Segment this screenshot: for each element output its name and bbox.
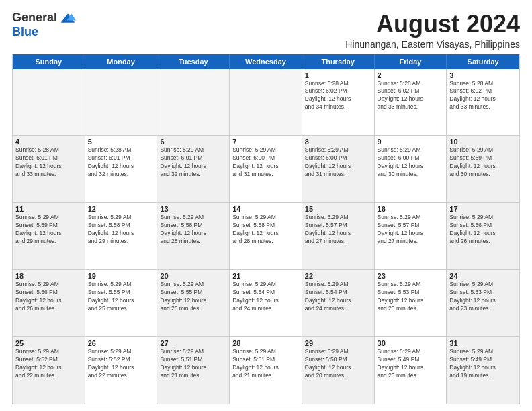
calendar-cell: 29Sunrise: 5:29 AM Sunset: 5:50 PM Dayli… <box>302 337 375 404</box>
calendar-cell: 23Sunrise: 5:29 AM Sunset: 5:53 PM Dayli… <box>375 270 447 336</box>
day-number: 1 <box>305 71 371 79</box>
day-info: Sunrise: 5:29 AM Sunset: 5:54 PM Dayligh… <box>232 281 299 313</box>
day-number: 22 <box>305 272 371 280</box>
title-area: August 2024 Hinunangan, Eastern Visayas,… <box>345 11 520 50</box>
calendar-cell: 3Sunrise: 5:28 AM Sunset: 6:02 PM Daylig… <box>447 69 519 136</box>
calendar-cell: 2Sunrise: 5:28 AM Sunset: 6:02 PM Daylig… <box>375 69 447 136</box>
day-number: 5 <box>88 138 154 146</box>
day-number: 20 <box>160 272 226 280</box>
day-number: 3 <box>449 71 517 79</box>
day-info: Sunrise: 5:29 AM Sunset: 6:00 PM Dayligh… <box>232 146 299 179</box>
day-info: Sunrise: 5:29 AM Sunset: 6:00 PM Dayligh… <box>305 146 371 179</box>
day-info: Sunrise: 5:29 AM Sunset: 5:55 PM Dayligh… <box>160 281 226 313</box>
calendar-row-0: 1Sunrise: 5:28 AM Sunset: 6:02 PM Daylig… <box>13 69 519 136</box>
calendar-cell <box>85 69 158 136</box>
day-info: Sunrise: 5:28 AM Sunset: 6:02 PM Dayligh… <box>449 80 517 112</box>
day-number: 18 <box>15 272 82 280</box>
calendar-row-3: 18Sunrise: 5:29 AM Sunset: 5:56 PM Dayli… <box>13 270 519 337</box>
calendar-cell <box>157 69 230 136</box>
day-info: Sunrise: 5:29 AM Sunset: 5:51 PM Dayligh… <box>160 348 226 380</box>
day-number: 6 <box>160 138 226 146</box>
month-title: August 2024 <box>345 11 520 38</box>
logo: General <box>12 11 76 25</box>
calendar-row-1: 4Sunrise: 5:28 AM Sunset: 6:01 PM Daylig… <box>13 136 519 203</box>
header-day-thursday: Thursday <box>302 54 375 69</box>
calendar-cell: 13Sunrise: 5:29 AM Sunset: 5:58 PM Dayli… <box>157 203 230 269</box>
day-info: Sunrise: 5:29 AM Sunset: 5:56 PM Dayligh… <box>15 281 82 313</box>
calendar-cell <box>230 69 302 136</box>
logo-icon <box>60 12 76 24</box>
day-info: Sunrise: 5:29 AM Sunset: 5:52 PM Dayligh… <box>88 348 154 380</box>
calendar-header: SundayMondayTuesdayWednesdayThursdayFrid… <box>13 54 519 69</box>
day-info: Sunrise: 5:28 AM Sunset: 6:01 PM Dayligh… <box>15 146 82 179</box>
day-info: Sunrise: 5:29 AM Sunset: 5:49 PM Dayligh… <box>449 348 517 380</box>
calendar-cell: 22Sunrise: 5:29 AM Sunset: 5:54 PM Dayli… <box>302 270 375 336</box>
calendar-cell: 25Sunrise: 5:29 AM Sunset: 5:52 PM Dayli… <box>13 337 85 404</box>
day-info: Sunrise: 5:29 AM Sunset: 5:57 PM Dayligh… <box>305 214 371 246</box>
page: General Blue August 2024 Hinunangan, Eas… <box>0 0 532 411</box>
day-info: Sunrise: 5:29 AM Sunset: 5:52 PM Dayligh… <box>15 348 82 380</box>
day-info: Sunrise: 5:29 AM Sunset: 5:51 PM Dayligh… <box>232 348 299 380</box>
day-number: 31 <box>449 339 517 347</box>
day-number: 25 <box>15 339 82 347</box>
calendar-cell: 10Sunrise: 5:29 AM Sunset: 5:59 PM Dayli… <box>447 136 519 202</box>
day-info: Sunrise: 5:29 AM Sunset: 5:58 PM Dayligh… <box>160 214 226 246</box>
calendar-cell: 20Sunrise: 5:29 AM Sunset: 5:55 PM Dayli… <box>157 270 230 336</box>
header-day-wednesday: Wednesday <box>230 54 302 69</box>
day-number: 23 <box>378 272 444 280</box>
calendar-body: 1Sunrise: 5:28 AM Sunset: 6:02 PM Daylig… <box>13 69 519 404</box>
header-day-sunday: Sunday <box>13 54 85 69</box>
location-title: Hinunangan, Eastern Visayas, Philippines <box>345 39 520 50</box>
calendar-cell: 4Sunrise: 5:28 AM Sunset: 6:01 PM Daylig… <box>13 136 85 202</box>
calendar-cell: 19Sunrise: 5:29 AM Sunset: 5:55 PM Dayli… <box>85 270 158 336</box>
calendar-cell: 14Sunrise: 5:29 AM Sunset: 5:58 PM Dayli… <box>230 203 302 269</box>
day-info: Sunrise: 5:29 AM Sunset: 5:53 PM Dayligh… <box>378 281 444 313</box>
day-info: Sunrise: 5:28 AM Sunset: 6:02 PM Dayligh… <box>305 80 371 112</box>
day-info: Sunrise: 5:29 AM Sunset: 6:01 PM Dayligh… <box>160 146 226 179</box>
calendar-cell: 7Sunrise: 5:29 AM Sunset: 6:00 PM Daylig… <box>230 136 302 202</box>
calendar-cell: 11Sunrise: 5:29 AM Sunset: 5:59 PM Dayli… <box>13 203 85 269</box>
day-info: Sunrise: 5:29 AM Sunset: 5:56 PM Dayligh… <box>449 214 517 246</box>
day-info: Sunrise: 5:29 AM Sunset: 5:58 PM Dayligh… <box>88 214 154 246</box>
day-info: Sunrise: 5:28 AM Sunset: 6:01 PM Dayligh… <box>88 146 154 179</box>
calendar-cell: 30Sunrise: 5:29 AM Sunset: 5:49 PM Dayli… <box>375 337 447 404</box>
day-number: 17 <box>449 205 517 213</box>
day-number: 29 <box>305 339 371 347</box>
day-info: Sunrise: 5:28 AM Sunset: 6:02 PM Dayligh… <box>378 80 444 112</box>
day-info: Sunrise: 5:29 AM Sunset: 5:59 PM Dayligh… <box>449 146 517 179</box>
day-number: 7 <box>232 138 299 146</box>
day-info: Sunrise: 5:29 AM Sunset: 5:53 PM Dayligh… <box>449 281 517 313</box>
day-number: 8 <box>305 138 371 146</box>
day-number: 10 <box>449 138 517 146</box>
day-number: 13 <box>160 205 226 213</box>
calendar-cell: 31Sunrise: 5:29 AM Sunset: 5:49 PM Dayli… <box>447 337 519 404</box>
day-number: 19 <box>88 272 154 280</box>
calendar-cell: 15Sunrise: 5:29 AM Sunset: 5:57 PM Dayli… <box>302 203 375 269</box>
day-number: 11 <box>15 205 82 213</box>
day-number: 28 <box>232 339 299 347</box>
day-info: Sunrise: 5:29 AM Sunset: 5:57 PM Dayligh… <box>378 214 444 246</box>
calendar-cell: 18Sunrise: 5:29 AM Sunset: 5:56 PM Dayli… <box>13 270 85 336</box>
day-number: 21 <box>232 272 299 280</box>
calendar-cell: 16Sunrise: 5:29 AM Sunset: 5:57 PM Dayli… <box>375 203 447 269</box>
header-day-saturday: Saturday <box>447 54 519 69</box>
calendar-cell: 27Sunrise: 5:29 AM Sunset: 5:51 PM Dayli… <box>157 337 230 404</box>
calendar-cell: 17Sunrise: 5:29 AM Sunset: 5:56 PM Dayli… <box>447 203 519 269</box>
day-info: Sunrise: 5:29 AM Sunset: 5:59 PM Dayligh… <box>15 214 82 246</box>
calendar: SundayMondayTuesdayWednesdayThursdayFrid… <box>12 54 520 404</box>
day-info: Sunrise: 5:29 AM Sunset: 5:58 PM Dayligh… <box>232 214 299 246</box>
calendar-row-2: 11Sunrise: 5:29 AM Sunset: 5:59 PM Dayli… <box>13 203 519 270</box>
calendar-cell <box>13 69 85 136</box>
day-number: 12 <box>88 205 154 213</box>
calendar-cell: 6Sunrise: 5:29 AM Sunset: 6:01 PM Daylig… <box>157 136 230 202</box>
logo-blue: Blue <box>12 25 38 39</box>
calendar-row-4: 25Sunrise: 5:29 AM Sunset: 5:52 PM Dayli… <box>13 337 519 404</box>
calendar-cell: 24Sunrise: 5:29 AM Sunset: 5:53 PM Dayli… <box>447 270 519 336</box>
day-number: 30 <box>378 339 444 347</box>
calendar-cell: 28Sunrise: 5:29 AM Sunset: 5:51 PM Dayli… <box>230 337 302 404</box>
day-number: 16 <box>378 205 444 213</box>
logo-general: General <box>12 11 57 25</box>
calendar-cell: 26Sunrise: 5:29 AM Sunset: 5:52 PM Dayli… <box>85 337 158 404</box>
day-info: Sunrise: 5:29 AM Sunset: 5:54 PM Dayligh… <box>305 281 371 313</box>
calendar-cell: 5Sunrise: 5:28 AM Sunset: 6:01 PM Daylig… <box>85 136 158 202</box>
